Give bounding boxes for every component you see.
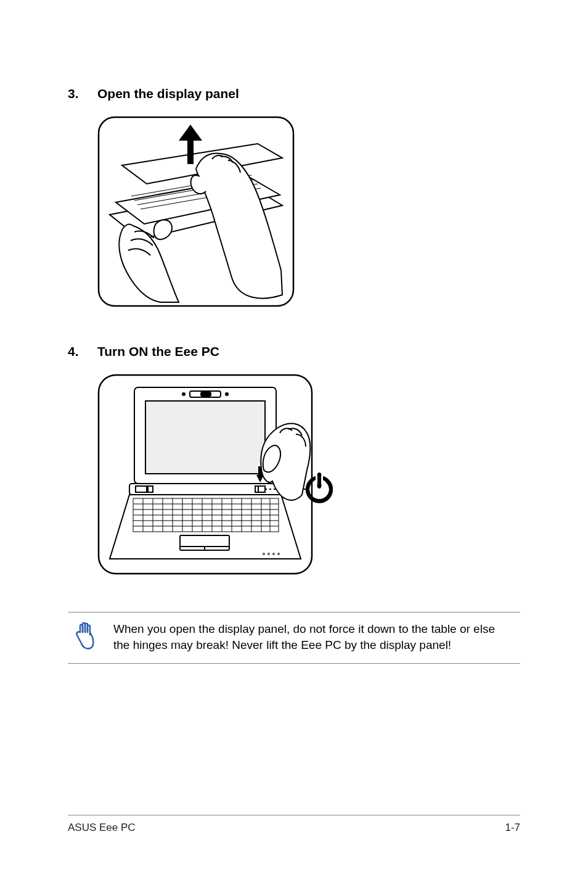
- step-number: 3.: [68, 86, 97, 101]
- svg-point-45: [278, 553, 280, 555]
- svg-rect-13: [145, 401, 265, 474]
- page-content: 3. Open the display panel: [0, 0, 588, 664]
- hand-stop-icon: [73, 621, 99, 654]
- svg-rect-15: [136, 486, 147, 492]
- note-text: When you open the display panel, do not …: [113, 621, 520, 653]
- step-4-heading: 4. Turn ON the Eee PC: [68, 344, 520, 359]
- svg-rect-16: [148, 486, 153, 492]
- step-title: Turn ON the Eee PC: [97, 344, 219, 359]
- svg-point-43: [268, 553, 270, 555]
- footer-left: ASUS Eee PC: [68, 822, 136, 834]
- svg-rect-12: [201, 392, 211, 396]
- svg-point-42: [263, 553, 265, 555]
- caution-note: When you open the display panel, do not …: [68, 612, 520, 664]
- step-number: 4.: [68, 344, 97, 359]
- svg-rect-17: [255, 486, 265, 492]
- svg-point-11: [226, 393, 228, 395]
- footer-right: 1-7: [505, 822, 520, 834]
- figure-open-display: [97, 116, 520, 307]
- page-footer: ASUS Eee PC 1-7: [68, 815, 520, 834]
- figure-turn-on: [97, 374, 520, 575]
- step-3-heading: 3. Open the display panel: [68, 86, 520, 101]
- svg-rect-5: [187, 138, 194, 164]
- svg-point-44: [273, 553, 275, 555]
- step-title: Open the display panel: [97, 86, 239, 101]
- svg-marker-6: [179, 125, 202, 141]
- svg-point-10: [182, 393, 185, 395]
